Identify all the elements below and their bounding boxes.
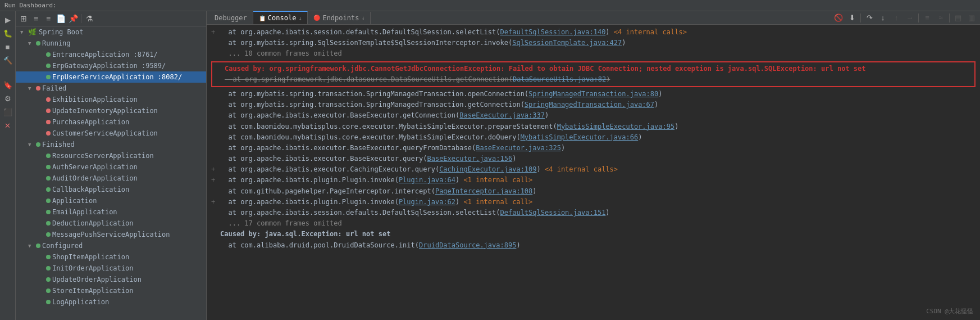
- run-icon-btn[interactable]: ▶: [2, 13, 14, 26]
- log-link-3[interactable]: SpringManagedTransaction.java:80: [528, 90, 658, 98]
- log-line: at com.baomidou.mybatisplus.core.executo…: [211, 132, 976, 143]
- tab-debugger[interactable]: Debugger: [209, 12, 253, 24]
- filter-btn[interactable]: ⊞: [18, 13, 29, 24]
- app-entrance[interactable]: EntranceApplication :8761/: [16, 49, 206, 60]
- left-icon-strip: ▶ 🐛 ■ 🔨 🔖 ⚙ ⬛ ✕: [0, 11, 16, 320]
- close-x-btn[interactable]: ✕: [2, 119, 14, 132]
- update-inventory-dot: [46, 109, 51, 113]
- log-link-5[interactable]: BaseExecutor.java:337: [459, 111, 545, 119]
- log-link-2[interactable]: SqlSessionTemplate.java:427: [512, 39, 622, 47]
- log-line: at org.mybatis.spring.transaction.Spring…: [211, 100, 976, 110]
- watermark: CSDN @大花怪怪: [926, 307, 973, 316]
- stop-icon-btn[interactable]: ■: [2, 40, 14, 53]
- group-configured[interactable]: ▼ Configured: [16, 240, 206, 251]
- log-link-12[interactable]: PageInterceptor.java:108: [435, 187, 532, 195]
- step-out-btn[interactable]: ↑: [890, 12, 902, 24]
- sidebar-toolbar: ⊞ ≡ ≡ 📄 📌 ⚗: [16, 11, 206, 26]
- build-icon-btn[interactable]: 🔨: [2, 54, 14, 66]
- expand-icon[interactable]: +: [211, 27, 219, 38]
- tab-console[interactable]: 📋 Console ↓: [253, 11, 308, 24]
- log-link-14[interactable]: DefaultSqlSession.java:151: [500, 209, 606, 217]
- app-update-inventory[interactable]: UpdateInventoryApplication: [16, 105, 206, 116]
- app-application[interactable]: Application: [16, 195, 206, 206]
- purchase-dot: [46, 120, 51, 124]
- evaluate-btn[interactable]: ≡: [921, 12, 933, 24]
- step-into-btn[interactable]: ↓: [877, 12, 889, 24]
- memory-btn[interactable]: ▤: [952, 12, 964, 24]
- finished-label: Finished: [42, 141, 75, 148]
- expand-icon[interactable]: +: [211, 175, 219, 186]
- app-log[interactable]: LogApplication: [16, 296, 206, 308]
- funnel-btn[interactable]: ⚗: [84, 13, 95, 24]
- finished-dot: [36, 142, 40, 147]
- customer-service-label: CustomerServiceApplication: [52, 129, 158, 137]
- log-line: at org.mybatis.spring.transaction.Spring…: [211, 89, 976, 100]
- threads-btn[interactable]: ▥: [965, 12, 978, 24]
- group-failed[interactable]: ▼ Failed: [16, 83, 206, 94]
- erp-gateway-dot: [46, 64, 51, 68]
- app-exhibition[interactable]: ExhibitionApplication: [16, 94, 206, 105]
- log-link-10[interactable]: CachingExecutor.java:109: [439, 165, 536, 173]
- app-init-order[interactable]: InitOrderApplication: [16, 263, 206, 274]
- app-audit-order[interactable]: AuditOrderApplication: [16, 173, 206, 184]
- shop-item-label: ShopItemApplication: [52, 253, 129, 261]
- log-link-7[interactable]: MybatisSimpleExecutor.java:66: [521, 133, 639, 141]
- log-link-8[interactable]: BaseExecutor.java:325: [476, 144, 561, 152]
- log-line: at org.apache.ibatis.session.defaults.De…: [211, 208, 976, 218]
- app-erp-user[interactable]: ErpUserServiceApplication :8082/: [16, 71, 206, 83]
- callback-label: CallbackApplication: [52, 186, 129, 193]
- app-resource-server[interactable]: ResourceServerApplication: [16, 150, 206, 161]
- run-to-cursor-btn[interactable]: →: [904, 12, 916, 24]
- log-link-13[interactable]: Plugin.java:62: [399, 198, 455, 206]
- app-email[interactable]: EmailApplication: [16, 206, 206, 218]
- app-customer-service[interactable]: CustomerServiceApplication: [16, 128, 206, 139]
- app-purchase[interactable]: PurchaseApplication: [16, 116, 206, 128]
- log-link-1[interactable]: DefaultSqlSession.java:140: [500, 28, 606, 36]
- debug-icon-btn[interactable]: 🐛: [2, 27, 14, 39]
- app-update-order[interactable]: UpdateOrderApplication: [16, 274, 206, 285]
- pin-btn[interactable]: 📌: [67, 13, 79, 24]
- customer-service-dot: [46, 131, 51, 136]
- log-link-4[interactable]: SpringManagedTransaction.java:67: [525, 101, 654, 109]
- app-store-item[interactable]: StoreItemApplication: [16, 285, 206, 296]
- app-shop-item[interactable]: ShopItemApplication: [16, 251, 206, 263]
- email-dot: [46, 210, 51, 214]
- collapse-btn[interactable]: ≡: [30, 13, 42, 24]
- bookmark-icon-btn[interactable]: 🔖: [2, 79, 14, 91]
- scroll-btn[interactable]: 📄: [55, 13, 66, 24]
- app-callback[interactable]: CallbackApplication: [16, 184, 206, 195]
- expand-icon[interactable]: +: [211, 164, 219, 175]
- scroll-lock-btn[interactable]: ⬇: [846, 12, 858, 24]
- log-link-strikethrough[interactable]: DataSourceUtils.java:82: [513, 75, 606, 83]
- trace-btn[interactable]: ≈: [935, 12, 947, 24]
- entrance-label: EntranceApplication :8761/: [52, 51, 158, 58]
- sidebar: ⊞ ≡ ≡ 📄 📌 ⚗ ▼ 🌿 Spring Boot ▼ Running: [16, 11, 207, 320]
- auth-server-dot: [46, 165, 51, 169]
- group-running[interactable]: ▼ Running: [16, 38, 206, 49]
- group-spring-boot[interactable]: ▼ 🌿 Spring Boot: [16, 26, 206, 38]
- step-over-btn[interactable]: ↷: [863, 12, 876, 24]
- log-link-6[interactable]: MybatisSimpleExecutor.java:95: [557, 123, 675, 130]
- debugger-tab-label: Debugger: [215, 14, 247, 22]
- title: Run Dashboard:: [4, 2, 57, 9]
- settings-icon-btn[interactable]: ⚙: [2, 92, 14, 105]
- app-deduction[interactable]: DeductionApplication: [16, 218, 206, 229]
- terminal-icon-btn[interactable]: ⬛: [2, 106, 14, 118]
- expand-btn[interactable]: ≡: [43, 13, 54, 24]
- arrow-finished: ▼: [28, 142, 36, 147]
- running-status-dot: [36, 41, 40, 46]
- app-message-push[interactable]: MessagePushServiceApplication: [16, 229, 206, 240]
- app-erp-gateway[interactable]: ErpGatewayApplication :9589/: [16, 60, 206, 71]
- log-line: ... 10 common frames omitted: [211, 48, 976, 59]
- erp-user-label: ErpUserServiceApplication :8082/: [52, 73, 182, 81]
- exhibition-dot: [46, 97, 51, 102]
- log-link-9[interactable]: BaseExecutor.java:156: [427, 155, 512, 163]
- group-finished[interactable]: ▼ Finished: [16, 139, 206, 150]
- log-line: at org.apache.ibatis.executor.BaseExecut…: [211, 110, 976, 121]
- log-link-15[interactable]: DruidDataSource.java:895: [419, 241, 516, 249]
- expand-icon[interactable]: +: [211, 197, 219, 208]
- app-auth-server[interactable]: AuthServerApplication: [16, 161, 206, 173]
- tab-endpoints[interactable]: 🔴 Endpoints ↓: [308, 12, 371, 24]
- log-link-11[interactable]: Plugin.java:64: [399, 176, 455, 184]
- clear-btn[interactable]: 🚫: [832, 12, 845, 24]
